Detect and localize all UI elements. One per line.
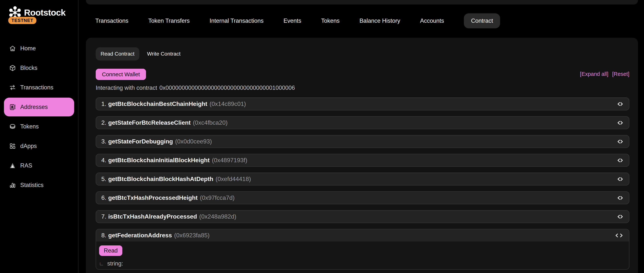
statistics-icon <box>9 182 16 189</box>
function-selector: (0x4897193f) <box>212 157 247 164</box>
function-row-7[interactable]: 7. isBtcTxHashAlreadyProcessed (0x248a98… <box>96 210 629 223</box>
sidebar-item-addresses[interactable]: Addresses <box>4 98 74 116</box>
sidebar-item-label: Transactions <box>20 84 53 91</box>
function-row-2[interactable]: 2. getStateForBtcReleaseClient (0xc4fbca… <box>96 116 629 129</box>
code-icon[interactable] <box>616 176 624 183</box>
function-name: getStateForDebugging <box>108 138 173 145</box>
output-type-label: string: <box>107 260 123 267</box>
function-label: 1. getBtcBlockchainBestChainHeight (0x14… <box>101 100 246 107</box>
function-name: getBtcBlockchainBlockHashAtDepth <box>108 176 213 182</box>
contract-mode-tabs: Read Contract Write Contract <box>96 47 180 61</box>
sidebar-item-label: Blocks <box>20 65 37 71</box>
transactions-icon <box>9 84 16 91</box>
function-row-8[interactable]: 8. getFederationAddress (0x6923fa85) <box>96 229 629 241</box>
addresses-icon <box>9 103 16 111</box>
sidebar-item-tokens[interactable]: Tokens <box>0 117 78 136</box>
function-index: 5. <box>101 176 106 182</box>
sidebar-item-home[interactable]: Home <box>0 39 78 58</box>
function-row-3[interactable]: 3. getStateForDebugging (0x0d0cee93) <box>96 135 629 148</box>
sidebar-item-ras[interactable]: RAS <box>0 156 78 175</box>
function-selector: (0x97fcca7d) <box>200 194 234 201</box>
function-name: getBtcBlockchainBestChainHeight <box>108 100 207 107</box>
reset-link[interactable]: [Reset] <box>612 71 629 77</box>
function-read-section: Read ∟ string: <box>96 241 629 269</box>
function-name: getBtcTxHashProcessedHeight <box>108 194 198 201</box>
function-label: 4. getBtcBlockchainInitialBlockHeight (0… <box>101 157 247 164</box>
ras-icon <box>9 162 16 169</box>
sidebar-item-label: Addresses <box>20 104 48 110</box>
function-index: 4. <box>101 157 106 164</box>
tab-token-transfers[interactable]: Token Transfers <box>148 18 190 24</box>
tab-transactions[interactable]: Transactions <box>95 18 128 24</box>
list-controls: [Expand all] [Reset] <box>580 71 629 77</box>
function-index: 1. <box>101 100 106 107</box>
tab-internal-transactions[interactable]: Internal Transactions <box>210 18 264 24</box>
interacting-line: Interacting with contract 0x000000000000… <box>96 85 295 91</box>
code-icon-expanded[interactable] <box>614 232 624 239</box>
code-icon[interactable] <box>616 100 624 108</box>
read-button[interactable]: Read <box>99 245 122 256</box>
tab-accounts[interactable]: Accounts <box>420 18 444 24</box>
function-label: 3. getStateForDebugging (0x0d0cee93) <box>101 138 212 145</box>
function-list: 1. getBtcBlockchainBestChainHeight (0x14… <box>96 97 629 269</box>
sidebar: Rootstock TESTNET Home Blocks Transactio… <box>0 0 78 273</box>
blocks-icon <box>9 64 16 72</box>
function-index: 8. <box>101 232 106 239</box>
function-name: getFederationAddress <box>108 232 172 239</box>
sidebar-item-blocks[interactable]: Blocks <box>0 58 78 78</box>
contract-address: 0x00000000000000000000000000000000010000… <box>159 85 295 91</box>
function-row-8-expanded: 8. getFederationAddress (0x6923fa85) Rea… <box>96 229 629 269</box>
address-tabs: Transactions Token Transfers Internal Tr… <box>95 13 500 28</box>
dapps-icon <box>9 143 16 150</box>
function-label: 7. isBtcTxHashAlreadyProcessed (0x248a98… <box>101 213 236 220</box>
sidebar-nav: Home Blocks Transactions Addresses <box>0 39 78 195</box>
function-label: 8. getFederationAddress (0x6923fa85) <box>101 232 210 239</box>
contract-panel: Read Contract Write Contract Connect Wal… <box>86 38 638 273</box>
function-selector: (0x0d0cee93) <box>175 138 212 145</box>
code-icon[interactable] <box>616 138 624 145</box>
interacting-label: Interacting with contract <box>96 85 157 91</box>
code-icon[interactable] <box>616 213 624 220</box>
code-icon[interactable] <box>616 194 624 201</box>
function-selector: (0x248a982d) <box>199 213 236 220</box>
function-label: 5. getBtcBlockchainBlockHashAtDepth (0xe… <box>101 176 251 182</box>
brand-name: Rootstock <box>24 7 66 18</box>
tab-read-contract[interactable]: Read Contract <box>96 47 140 61</box>
function-name: isBtcTxHashAlreadyProcessed <box>108 213 197 220</box>
function-label: 2. getStateForBtcReleaseClient (0xc4fbca… <box>101 119 228 126</box>
code-icon[interactable] <box>616 119 624 126</box>
sidebar-item-label: dApps <box>20 143 37 149</box>
function-index: 6. <box>101 194 106 201</box>
sidebar-item-label: Tokens <box>20 123 39 130</box>
expand-all-link[interactable]: [Expand all] <box>580 71 608 77</box>
sidebar-item-dapps[interactable]: dApps <box>0 136 78 156</box>
tab-contract[interactable]: Contract <box>464 13 500 28</box>
function-row-1[interactable]: 1. getBtcBlockchainBestChainHeight (0x14… <box>96 97 629 110</box>
tab-balance-history[interactable]: Balance History <box>360 18 400 24</box>
sidebar-item-statistics[interactable]: Statistics <box>0 175 78 195</box>
function-label: 6. getBtcTxHashProcessedHeight (0x97fcca… <box>101 194 234 201</box>
function-selector: (0x6923fa85) <box>174 232 210 239</box>
connect-wallet-button[interactable]: Connect Wallet <box>96 69 146 80</box>
tab-events[interactable]: Events <box>284 18 301 24</box>
output-corner-symbol: ∟ <box>99 261 104 266</box>
function-name: getBtcBlockchainInitialBlockHeight <box>108 157 210 164</box>
function-index: 2. <box>101 119 106 126</box>
sidebar-item-label: Home <box>20 45 36 52</box>
sidebar-item-label: Statistics <box>20 182 44 188</box>
header-bottom-strip <box>86 0 638 5</box>
sidebar-item-transactions[interactable]: Transactions <box>0 78 78 97</box>
tokens-icon <box>9 123 16 130</box>
code-icon[interactable] <box>616 157 624 164</box>
function-selector: (0xefd44418) <box>216 176 251 182</box>
tab-tokens[interactable]: Tokens <box>321 18 340 24</box>
function-selector: (0xc4fbca20) <box>193 119 228 126</box>
home-icon <box>9 45 16 52</box>
function-row-6[interactable]: 6. getBtcTxHashProcessedHeight (0x97fcca… <box>96 191 629 204</box>
function-name: getStateForBtcReleaseClient <box>108 119 191 126</box>
function-row-5[interactable]: 5. getBtcBlockchainBlockHashAtDepth (0xe… <box>96 173 629 185</box>
tab-write-contract[interactable]: Write Contract <box>147 51 180 57</box>
function-row-4[interactable]: 4. getBtcBlockchainInitialBlockHeight (0… <box>96 154 629 167</box>
function-index: 3. <box>101 138 106 145</box>
sidebar-item-label: RAS <box>20 162 32 169</box>
